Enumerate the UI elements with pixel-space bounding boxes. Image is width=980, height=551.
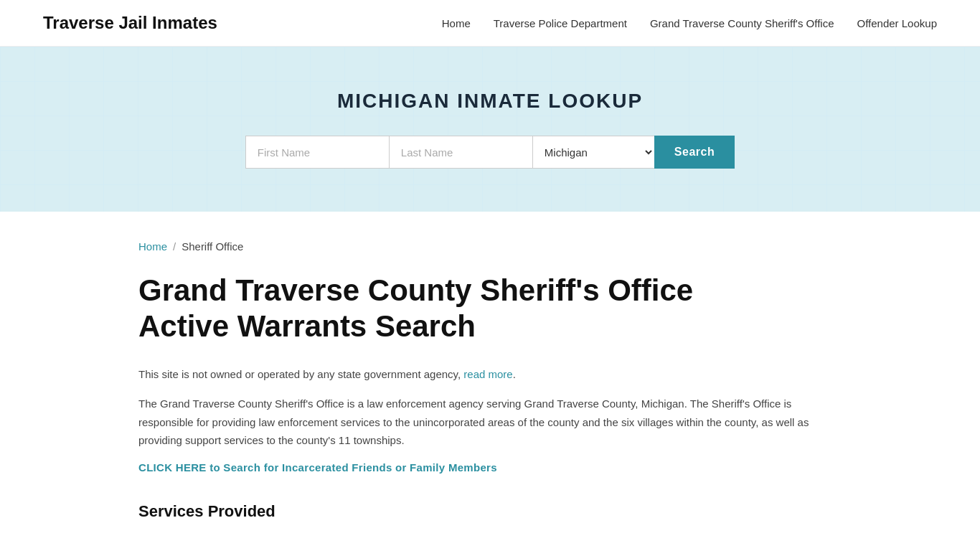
nav-offender[interactable]: Offender Lookup bbox=[857, 17, 937, 29]
page-title: Grand Traverse County Sheriff's Office A… bbox=[138, 273, 727, 345]
nav-sheriff[interactable]: Grand Traverse County Sheriff's Office bbox=[650, 17, 834, 29]
breadcrumb-separator: / bbox=[173, 240, 176, 253]
main-nav: Home Traverse Police Department Grand Tr… bbox=[442, 17, 937, 29]
main-content: Home / Sheriff Office Grand Traverse Cou… bbox=[95, 212, 885, 551]
read-more-link[interactable]: read more bbox=[463, 368, 512, 380]
search-button[interactable]: Search bbox=[654, 136, 735, 169]
cta-search-link[interactable]: CLICK HERE to Search for Incarcerated Fr… bbox=[138, 461, 497, 474]
hero-section: MICHIGAN INMATE LOOKUP Michigan Alabama … bbox=[0, 47, 980, 212]
last-name-input[interactable] bbox=[389, 136, 532, 169]
breadcrumb-home-link[interactable]: Home bbox=[138, 240, 167, 253]
state-select[interactable]: Michigan Alabama Alaska Arizona Arkansas… bbox=[532, 136, 654, 169]
nav-police[interactable]: Traverse Police Department bbox=[494, 17, 627, 29]
site-title[interactable]: Traverse Jail Inmates bbox=[43, 13, 217, 33]
intro-paragraph: This site is not owned or operated by an… bbox=[138, 365, 842, 384]
hero-title: MICHIGAN INMATE LOOKUP bbox=[14, 90, 966, 113]
site-header: Traverse Jail Inmates Home Traverse Poli… bbox=[0, 0, 980, 47]
services-heading: Services Provided bbox=[138, 502, 842, 521]
nav-home[interactable]: Home bbox=[442, 17, 471, 29]
body-paragraph: The Grand Traverse County Sheriff's Offi… bbox=[138, 395, 842, 450]
first-name-input[interactable] bbox=[245, 136, 389, 169]
search-form: Michigan Alabama Alaska Arizona Arkansas… bbox=[210, 136, 770, 169]
breadcrumb-current: Sheriff Office bbox=[182, 240, 243, 253]
breadcrumb: Home / Sheriff Office bbox=[138, 240, 842, 253]
intro-text: This site is not owned or operated by an… bbox=[138, 368, 461, 380]
